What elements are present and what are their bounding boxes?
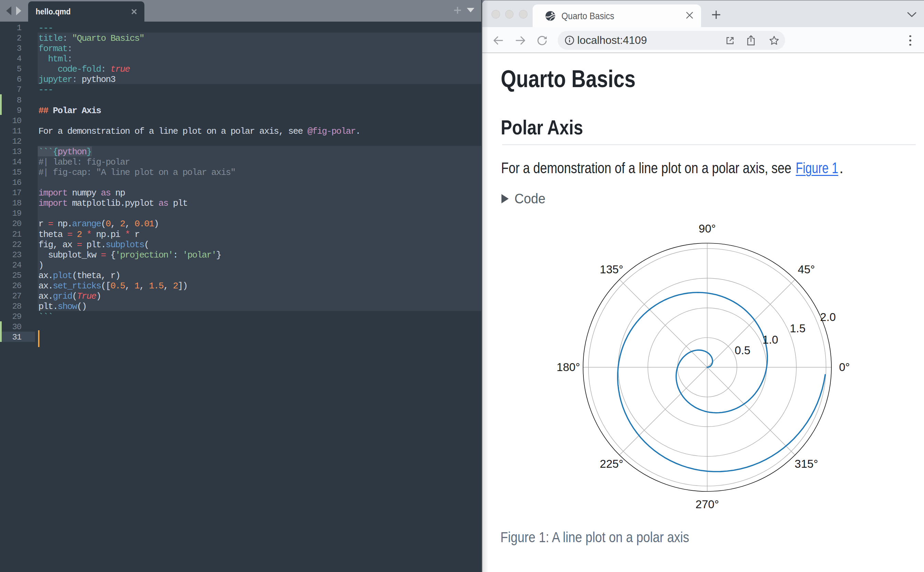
svg-text:0.5: 0.5 (735, 344, 750, 357)
svg-text:270°: 270° (695, 498, 719, 511)
svg-text:45°: 45° (798, 263, 815, 276)
svg-text:225°: 225° (600, 457, 623, 470)
svg-text:2.0: 2.0 (820, 311, 836, 323)
svg-text:90°: 90° (698, 222, 716, 235)
svg-text:315°: 315° (795, 457, 818, 470)
svg-text:180°: 180° (557, 361, 580, 373)
svg-text:1.5: 1.5 (790, 322, 806, 335)
svg-text:0°: 0° (839, 361, 850, 373)
svg-text:135°: 135° (600, 263, 623, 276)
svg-text:1.0: 1.0 (762, 333, 778, 346)
